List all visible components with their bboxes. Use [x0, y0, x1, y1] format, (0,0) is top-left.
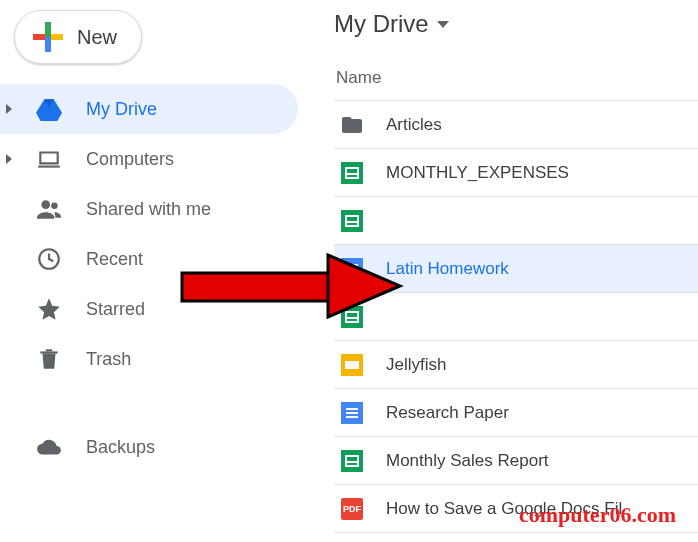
file-name: Latin Homework [386, 259, 509, 279]
file-name: How to Save a Google Docs Fil [386, 499, 622, 519]
expand-triangle-icon[interactable] [6, 154, 12, 164]
new-button-label: New [77, 26, 117, 49]
sidebar: New My Drive Computers Sh [0, 0, 310, 542]
file-row-sheets[interactable] [334, 197, 698, 245]
new-button[interactable]: New [14, 10, 142, 64]
file-row-pdf[interactable]: PDF How to Save a Google Docs Fil [334, 485, 698, 533]
docs-icon [340, 257, 364, 281]
shared-icon [36, 196, 62, 222]
sidebar-item-label: Backups [86, 437, 155, 458]
breadcrumb-title: My Drive [334, 10, 429, 38]
sidebar-item-label: Recent [86, 249, 143, 270]
main-content: My Drive Name Articles MONTHLY_EXPENSES … [310, 0, 698, 542]
docs-icon [340, 401, 364, 425]
file-name: Jellyfish [386, 355, 446, 375]
drive-icon [36, 96, 62, 122]
sidebar-item-label: My Drive [86, 99, 157, 120]
file-name: Articles [386, 115, 442, 135]
sheets-icon [340, 305, 364, 329]
file-row-sheets[interactable] [334, 293, 698, 341]
column-header-name[interactable]: Name [334, 58, 698, 101]
sidebar-item-backups[interactable]: Backups [0, 422, 298, 472]
sheets-icon [340, 449, 364, 473]
file-row-docs[interactable]: Research Paper [334, 389, 698, 437]
sidebar-item-label: Trash [86, 349, 131, 370]
backups-icon [36, 434, 62, 460]
chevron-down-icon [437, 21, 449, 28]
breadcrumb[interactable]: My Drive [334, 10, 698, 58]
file-row-docs-selected[interactable]: Latin Homework [334, 245, 698, 293]
sidebar-item-label: Computers [86, 149, 174, 170]
svg-point-0 [41, 200, 50, 209]
sidebar-item-label: Starred [86, 299, 145, 320]
recent-icon [36, 246, 62, 272]
sidebar-item-my-drive[interactable]: My Drive [0, 84, 298, 134]
sidebar-item-starred[interactable]: Starred [0, 284, 298, 334]
sidebar-item-shared[interactable]: Shared with me [0, 184, 298, 234]
file-name: Research Paper [386, 403, 509, 423]
computers-icon [36, 146, 62, 172]
pdf-icon: PDF [340, 497, 364, 521]
file-row-sheets[interactable]: Monthly Sales Report [334, 437, 698, 485]
sidebar-item-trash[interactable]: Trash [0, 334, 298, 384]
starred-icon [36, 296, 62, 322]
file-row-slides[interactable]: Jellyfish [334, 341, 698, 389]
file-list: Articles MONTHLY_EXPENSES Latin Homework… [334, 101, 698, 533]
sidebar-nav: My Drive Computers Shared with me Rece [0, 84, 310, 384]
file-row-sheets[interactable]: MONTHLY_EXPENSES [334, 149, 698, 197]
sheets-icon [340, 161, 364, 185]
sidebar-item-recent[interactable]: Recent [0, 234, 298, 284]
file-name: Monthly Sales Report [386, 451, 549, 471]
file-row-folder[interactable]: Articles [334, 101, 698, 149]
file-name: MONTHLY_EXPENSES [386, 163, 569, 183]
sidebar-item-computers[interactable]: Computers [0, 134, 298, 184]
expand-triangle-icon[interactable] [6, 104, 12, 114]
sheets-icon [340, 209, 364, 233]
plus-icon [33, 22, 63, 52]
sidebar-item-label: Shared with me [86, 199, 211, 220]
trash-icon [36, 346, 62, 372]
slides-icon [340, 353, 364, 377]
svg-point-1 [51, 203, 57, 210]
folder-icon [340, 113, 364, 137]
